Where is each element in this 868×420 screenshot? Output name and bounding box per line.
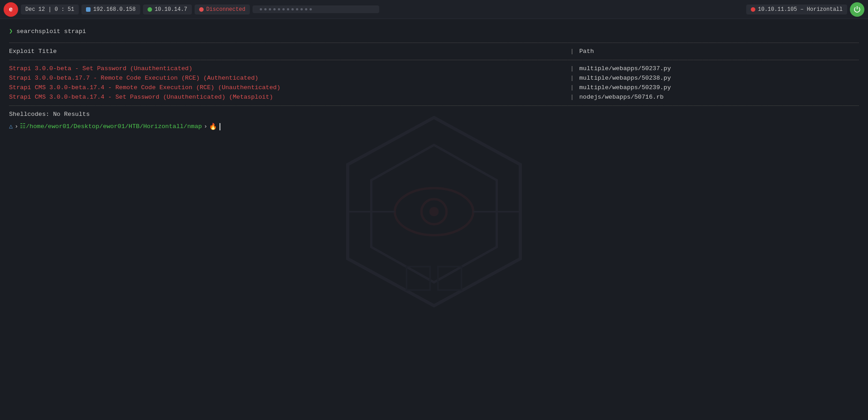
command-line: ❯ searchsploit strapi xyxy=(9,27,859,37)
dot xyxy=(282,8,285,10)
fire-icon: 🔥 xyxy=(209,122,217,132)
table-sep: | xyxy=(570,93,579,102)
dot xyxy=(300,8,303,10)
dot xyxy=(305,8,307,10)
topbar: e Dec 12 | 0 : 51 192.168.0.158 10.10.14… xyxy=(0,0,868,19)
arch-icon: △ xyxy=(9,122,13,132)
datetime-label: Dec 12 | 0 : 51 xyxy=(25,6,74,13)
dot xyxy=(278,8,280,10)
header-title: Exploit Title xyxy=(9,47,570,57)
exploit-title: Strapi 3.0.0-beta - Set Password (Unauth… xyxy=(9,64,570,74)
exploit-title: Strapi CMS 3.0.0-beta.17.4 - Set Passwor… xyxy=(9,93,570,102)
exploit-path: multiple/webapps/50239.py xyxy=(579,83,859,93)
dot xyxy=(273,8,276,10)
local-ip-button[interactable]: 192.168.0.158 xyxy=(81,5,140,14)
dot xyxy=(264,8,267,10)
table-sep: | xyxy=(570,83,579,93)
result-rows: Strapi 3.0.0-beta - Set Password (Unauth… xyxy=(9,64,859,102)
divider-mid: ────────────────────────────────────────… xyxy=(9,57,859,64)
prompt-path: ☷/home/ewor01/Desktop/ewor01/HTB/Horizon… xyxy=(20,122,202,132)
target-icon xyxy=(751,7,755,12)
command-text: searchsploit strapi xyxy=(16,28,86,35)
local-ip-icon xyxy=(86,7,91,12)
exploit-path: multiple/webapps/50237.py xyxy=(579,64,859,74)
header-sep: | xyxy=(570,47,579,57)
local-ip-label: 192.168.0.158 xyxy=(93,6,136,13)
header-path: Path xyxy=(579,47,859,57)
table-sep: | xyxy=(570,74,579,83)
exploit-title: Strapi CMS 3.0.0-beta.17.4 - Remote Code… xyxy=(9,83,570,93)
target-label: 10.10.11.105 – Horizontall xyxy=(758,6,843,13)
dot xyxy=(310,8,312,10)
table-row: Strapi CMS 3.0.0-beta.17.4 - Remote Code… xyxy=(9,83,859,93)
disconnected-icon xyxy=(199,7,204,12)
target-button[interactable]: 10.10.11.105 – Horizontall xyxy=(746,5,847,14)
prompt-symbol: ❯ xyxy=(9,28,16,35)
divider-top: ────────────────────────────────────────… xyxy=(9,39,859,47)
dot xyxy=(287,8,289,10)
datetime-button[interactable]: Dec 12 | 0 : 51 xyxy=(21,5,79,14)
table-sep: | xyxy=(570,64,579,74)
divider-bot: ────────────────────────────────────────… xyxy=(9,102,859,110)
prompt-arrow: › xyxy=(14,122,18,132)
table-header: Exploit Title | Path xyxy=(9,47,859,57)
dot xyxy=(296,8,298,10)
exploit-path: multiple/webapps/50238.py xyxy=(579,74,859,83)
exploit-title: Strapi 3.0.0-beta.17.7 - Remote Code Exe… xyxy=(9,74,570,83)
terminal: ❯ searchsploit strapi ──────────────────… xyxy=(0,19,868,420)
prompt-gt: › xyxy=(204,122,207,132)
shellcode-line: Shellcodes: No Results xyxy=(9,110,859,119)
table-row: Strapi 3.0.0-beta.17.7 - Remote Code Exe… xyxy=(9,74,859,83)
vpn-ip-label: 10.10.14.7 xyxy=(155,6,187,13)
evil-logo[interactable]: e xyxy=(4,2,18,17)
table-row: Strapi 3.0.0-beta - Set Password (Unauth… xyxy=(9,64,859,74)
power-button[interactable] xyxy=(850,2,864,17)
dots-area xyxy=(253,5,379,13)
disconnected-button[interactable]: Disconnected xyxy=(195,5,250,14)
table-row: Strapi CMS 3.0.0-beta.17.4 - Set Passwor… xyxy=(9,93,859,102)
disconnected-label: Disconnected xyxy=(206,6,245,13)
vpn-ip-button[interactable]: 10.10.14.7 xyxy=(143,5,192,14)
vpn-icon xyxy=(148,7,152,12)
dot xyxy=(291,8,294,10)
cursor xyxy=(219,123,220,130)
dot xyxy=(260,8,262,10)
exploit-path: nodejs/webapps/50716.rb xyxy=(579,93,859,102)
dot xyxy=(269,8,271,10)
prompt-line: △ › ☷/home/ewor01/Desktop/ewor01/HTB/Hor… xyxy=(9,122,859,132)
